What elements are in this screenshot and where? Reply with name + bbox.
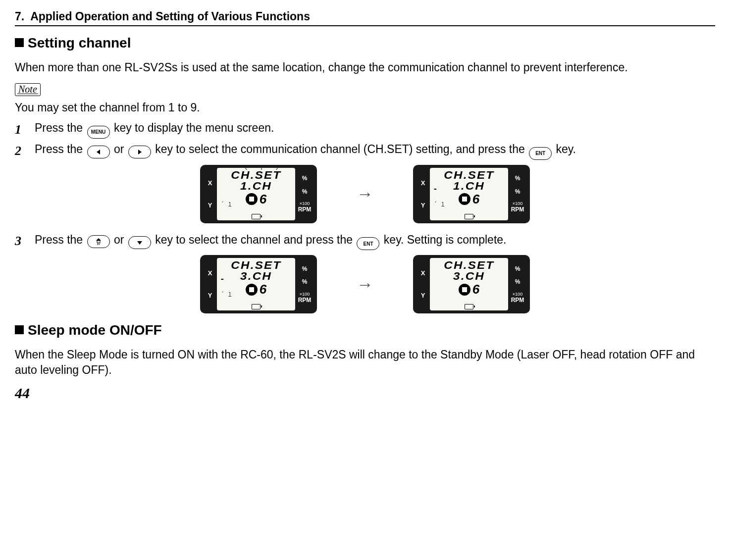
lcd-x-label: X xyxy=(203,269,217,277)
lcd-screen: CH.SET 1.CH 6 ՛ l xyxy=(217,168,295,220)
lcd-six: 6 xyxy=(260,282,266,297)
svg-text:XY: XY xyxy=(97,243,100,246)
lcd-side-right: % % ×100 RPM xyxy=(508,258,527,310)
lcd-pct2: % xyxy=(508,278,527,285)
lcd-y-label: Y xyxy=(203,292,217,299)
lcd-side-left: X Y xyxy=(416,258,430,310)
lcd-six: 6 xyxy=(260,192,266,207)
square-bullet-icon xyxy=(15,325,24,334)
note-box: Note xyxy=(15,83,41,96)
section2-title-text: Sleep mode ON/OFF xyxy=(28,322,162,338)
step2-pre: Press the xyxy=(35,143,86,155)
target-icon xyxy=(246,193,258,205)
lcd-x100: ×100 xyxy=(508,201,527,206)
lcd-x100: ×100 xyxy=(508,292,527,297)
section-title-sleep-mode: Sleep mode ON/OFF xyxy=(15,322,715,338)
lcd-x100: ×100 xyxy=(295,292,314,297)
up-xy-key-icon: XY xyxy=(87,235,110,248)
target-icon xyxy=(246,284,258,296)
step-3-number: 3 xyxy=(15,232,27,250)
chapter-title: Applied Operation and Setting of Various… xyxy=(30,10,310,23)
minus-icon: - xyxy=(433,185,438,194)
lcd-rpm-group: ×100 RPM xyxy=(295,201,314,213)
lcd-text-mid: 3.CH xyxy=(240,270,272,283)
step3-pre: Press the xyxy=(35,233,86,246)
step-2-text: Press the or key to select the communica… xyxy=(35,142,715,160)
lcd-pct1: % xyxy=(508,175,527,182)
step1-pre: Press the xyxy=(35,121,86,134)
battery-icon xyxy=(252,304,261,309)
lcd-display-1-right: X Y CH.SET - 1.CH 6 ՛ l % % ×100 RPM xyxy=(413,165,530,223)
lcd-rpm-group: ×100 RPM xyxy=(508,201,527,213)
section1-intro: When more than one RL-SV2Ss is used at t… xyxy=(15,60,715,75)
lcd-screen: CH.SET - 3.CH 6 ՛ l xyxy=(217,258,295,310)
step-1-number: 1 xyxy=(15,121,27,138)
lcd-pct1: % xyxy=(295,175,314,182)
ent-key-label: ENT xyxy=(535,150,545,157)
lcd-bottom-row: 6 xyxy=(459,282,479,297)
lcd-display-1-left: X Y CH.SET 1.CH 6 ՛ l % % ×100 RPM xyxy=(200,165,317,223)
lcd-pct2: % xyxy=(508,188,527,195)
tick-marks-icon: ՛ l xyxy=(434,201,445,208)
step-2-number: 2 xyxy=(15,142,27,159)
lcd-rpm: RPM xyxy=(295,297,314,304)
svg-marker-5 xyxy=(96,238,101,241)
lcd-pct1: % xyxy=(508,265,527,272)
square-bullet-icon xyxy=(15,38,24,47)
target-icon xyxy=(459,193,470,205)
lcd-text-mid: 1.CH xyxy=(240,180,272,193)
battery-icon xyxy=(465,304,473,309)
step3-post: key. Setting is complete. xyxy=(380,233,506,246)
section2-intro: When the Sleep Mode is turned ON with th… xyxy=(15,347,715,378)
lcd-bottom-row: 6 xyxy=(246,282,266,297)
svg-marker-0 xyxy=(97,150,100,154)
lcd-row-2: X Y CH.SET - 3.CH 6 ՛ l % % ×100 RPM → X xyxy=(15,255,715,313)
lcd-text-mid: 3.CH xyxy=(453,270,485,283)
tick-marks-icon: ՛ l xyxy=(221,201,232,208)
tick-marks-icon: ՛ l xyxy=(221,291,232,299)
lcd-pct1: % xyxy=(295,265,314,272)
step-1: 1 Press the MENU key to display the menu… xyxy=(15,120,715,139)
step-3: 3 Press the XY or key to select the chan… xyxy=(15,232,715,251)
page-number: 44 xyxy=(15,385,715,402)
lcd-display-2-left: X Y CH.SET - 3.CH 6 ՛ l % % ×100 RPM xyxy=(200,255,317,313)
lcd-x-label: X xyxy=(416,269,430,277)
battery-icon xyxy=(465,214,473,219)
svg-marker-8 xyxy=(137,241,142,245)
lcd-pct2: % xyxy=(295,188,314,195)
step3-mid1: or xyxy=(111,233,127,246)
lcd-pct2: % xyxy=(295,278,314,285)
lcd-rpm: RPM xyxy=(295,206,314,213)
svg-marker-1 xyxy=(138,150,142,154)
lcd-six: 6 xyxy=(472,282,479,297)
step3-mid2: key to select the channel and press the xyxy=(152,233,356,246)
section1-title-text: Setting channel xyxy=(28,35,131,51)
note-label: Note xyxy=(18,84,37,95)
menu-key-icon: MENU xyxy=(87,126,110,139)
lcd-bottom-row: 6 xyxy=(246,192,266,207)
lcd-side-left: X Y xyxy=(416,168,430,220)
chapter-header: 7. Applied Operation and Setting of Vari… xyxy=(15,10,715,26)
step-2: 2 Press the or key to select the communi… xyxy=(15,142,715,160)
lcd-y-label: Y xyxy=(203,202,217,209)
arrow-right-icon: → xyxy=(357,275,373,294)
lcd-side-left: X Y xyxy=(203,168,217,220)
lcd-bottom-row: 6 xyxy=(459,192,479,207)
step1-post: key to display the menu screen. xyxy=(111,121,274,134)
lcd-side-right: % % ×100 RPM xyxy=(295,168,314,220)
lcd-x100: ×100 xyxy=(295,201,314,206)
lcd-x-label: X xyxy=(203,179,217,187)
down-arrow-key-icon xyxy=(128,236,151,249)
step2-post: key. xyxy=(553,143,576,155)
lcd-side-right: % % ×100 RPM xyxy=(295,258,314,310)
lcd-x-label: X xyxy=(416,179,430,187)
minus-icon: - xyxy=(220,275,225,284)
lcd-rpm-group: ×100 RPM xyxy=(295,292,314,304)
lcd-screen: CH.SET 3.CH 6 xyxy=(430,258,508,310)
lcd-screen: CH.SET - 1.CH 6 ՛ l xyxy=(430,168,508,220)
step-3-text: Press the XY or key to select the channe… xyxy=(35,232,715,251)
target-icon xyxy=(459,284,470,296)
lcd-y-label: Y xyxy=(416,292,430,299)
ent-key-icon: ENT xyxy=(529,147,552,160)
lcd-side-left: X Y xyxy=(203,258,217,310)
